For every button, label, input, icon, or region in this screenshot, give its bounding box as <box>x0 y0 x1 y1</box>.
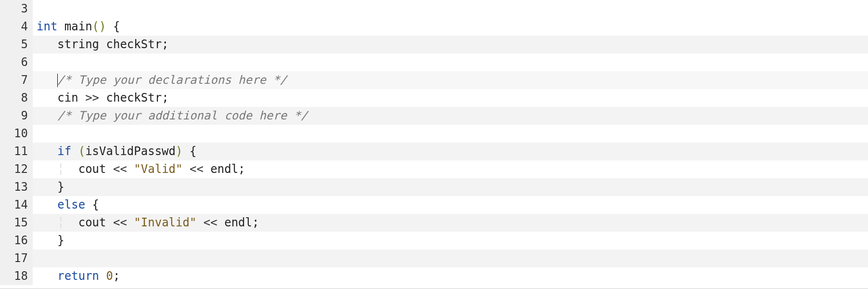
token <box>196 216 203 229</box>
token: ( <box>78 144 85 158</box>
token: if <box>57 144 71 158</box>
token <box>182 162 189 176</box>
token: << <box>204 216 217 229</box>
code-content[interactable]: return 0; <box>33 267 868 285</box>
token <box>37 198 57 211</box>
code-content[interactable]: } <box>33 232 868 250</box>
token <box>182 144 189 158</box>
token <box>127 216 134 229</box>
code-line[interactable]: 8 cin >> checkStr; <box>0 89 868 107</box>
token: endl <box>210 162 238 176</box>
token <box>99 38 106 51</box>
code-content[interactable] <box>33 53 868 71</box>
code-content[interactable]: else { <box>33 196 868 214</box>
token <box>71 144 78 158</box>
token <box>127 162 134 176</box>
token <box>106 162 113 176</box>
token <box>37 216 57 229</box>
token: ; <box>252 216 259 229</box>
token: endl <box>224 216 252 229</box>
token <box>37 55 57 69</box>
token <box>37 38 57 51</box>
line-number: 13 <box>0 178 33 196</box>
code-line[interactable]: 18 return 0; <box>0 267 868 285</box>
token <box>37 73 57 87</box>
token: "Invalid" <box>134 216 196 229</box>
code-line[interactable]: 15 ╎ cout << "Invalid" << endl; <box>0 214 868 232</box>
line-number: 12 <box>0 160 33 178</box>
code-editor[interactable]: 34int main() {5 string checkStr;6 7 /* T… <box>0 0 868 289</box>
line-number: 9 <box>0 107 33 125</box>
code-content[interactable] <box>33 250 868 267</box>
token: >> <box>85 91 99 105</box>
token <box>57 20 64 33</box>
token <box>99 91 106 105</box>
code-line[interactable]: 4int main() { <box>0 18 868 36</box>
line-number: 16 <box>0 232 33 250</box>
token: { <box>92 198 99 211</box>
token: ; <box>162 91 168 105</box>
code-content[interactable]: /* Type your declarations here */ <box>33 71 868 89</box>
token <box>37 91 57 105</box>
token: cout <box>78 216 106 229</box>
code-content[interactable]: int main() { <box>33 18 868 36</box>
line-number: 11 <box>0 143 33 160</box>
line-number: 6 <box>0 53 33 71</box>
code-line[interactable]: 5 string checkStr; <box>0 36 868 53</box>
code-content[interactable]: string checkStr; <box>33 36 868 53</box>
code-line[interactable]: 7 /* Type your declarations here */ <box>0 71 868 89</box>
line-number: 4 <box>0 18 33 36</box>
token: return <box>57 269 99 283</box>
token: << <box>113 216 127 229</box>
code-line[interactable]: 17 <box>0 250 868 267</box>
token: } <box>57 180 64 194</box>
code-content[interactable]: ╎ cout << "Invalid" << endl; <box>33 214 868 232</box>
line-number: 5 <box>0 36 33 53</box>
token: ; <box>113 269 120 283</box>
token: "Valid" <box>134 162 182 176</box>
code-line[interactable]: 9 /* Type your additional code here */ <box>0 107 868 125</box>
token <box>106 20 113 33</box>
token <box>85 198 92 211</box>
code-line[interactable]: 3 <box>0 0 868 18</box>
code-line[interactable]: 16 } <box>0 232 868 250</box>
code-content[interactable]: if (isValidPasswd) { <box>33 143 868 160</box>
token <box>99 269 106 283</box>
code-content[interactable] <box>33 0 868 18</box>
token: else <box>57 198 85 211</box>
token: /* Type your additional code here */ <box>57 109 307 122</box>
token <box>37 162 57 176</box>
token <box>217 216 224 229</box>
token: ) <box>176 144 182 158</box>
token: 0 <box>106 269 113 283</box>
line-number: 18 <box>0 267 33 285</box>
token: cout <box>78 162 106 176</box>
code-line[interactable]: 11 if (isValidPasswd) { <box>0 143 868 160</box>
token: { <box>190 144 196 158</box>
token: cin <box>57 91 78 105</box>
code-content[interactable]: /* Type your additional code here */ <box>33 107 868 125</box>
token: isValidPasswd <box>85 144 176 158</box>
code-line[interactable]: 13 } <box>0 178 868 196</box>
code-content[interactable]: ╎ cout << "Valid" << endl; <box>33 160 868 178</box>
code-content[interactable] <box>33 125 868 143</box>
token: ; <box>238 162 245 176</box>
line-number: 7 <box>0 71 33 89</box>
line-number: 15 <box>0 214 33 232</box>
line-number: 17 <box>0 250 33 267</box>
token: checkStr <box>106 91 162 105</box>
token: int <box>37 20 57 33</box>
code-content[interactable]: } <box>33 178 868 196</box>
token <box>64 216 78 229</box>
token: /* Type your declarations here */ <box>57 73 287 87</box>
code-content[interactable]: cin >> checkStr; <box>33 89 868 107</box>
token: { <box>113 20 120 33</box>
token: ╎ <box>57 162 64 176</box>
token <box>106 216 113 229</box>
code-line[interactable]: 6 <box>0 53 868 71</box>
token: << <box>113 162 127 176</box>
token <box>64 162 78 176</box>
code-line[interactable]: 14 else { <box>0 196 868 214</box>
code-line[interactable]: 10 <box>0 125 868 143</box>
code-line[interactable]: 12 ╎ cout << "Valid" << endl; <box>0 160 868 178</box>
